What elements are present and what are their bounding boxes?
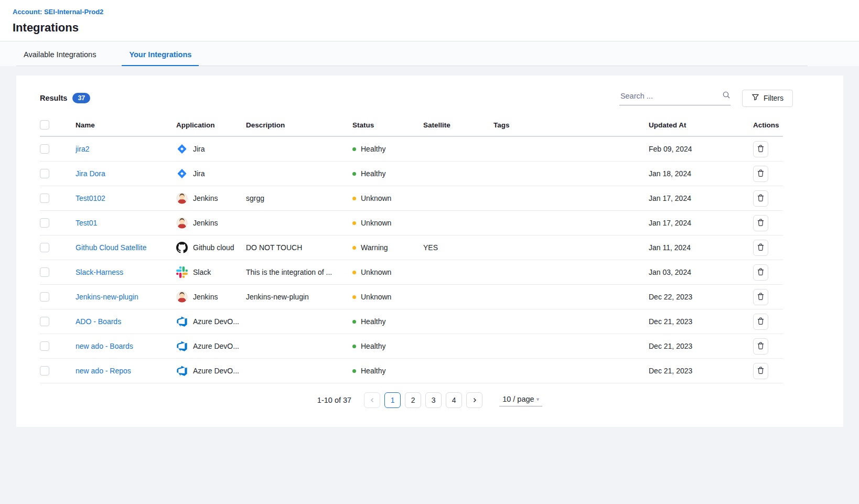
integration-name-link[interactable]: new ado - Boards: [76, 342, 133, 350]
satellite-cell: YES: [423, 235, 493, 260]
search-icon: [722, 91, 731, 101]
delete-button[interactable]: [753, 190, 768, 207]
updated-at-cell: Jan 17, 2024: [649, 186, 753, 211]
status-label: Unknown: [361, 268, 391, 276]
jenkins-icon: [176, 291, 188, 303]
application-label: Jenkins: [193, 194, 218, 202]
page-button-3[interactable]: 3: [425, 392, 442, 408]
application-label: Jira: [193, 169, 205, 178]
row-checkbox[interactable]: [40, 144, 49, 154]
page-button-4[interactable]: 4: [446, 392, 462, 408]
page-size-label: 10 / page: [502, 395, 534, 403]
delete-button[interactable]: [753, 314, 768, 330]
pagination: 1-10 of 37 1 2 3 4 10 / page ▾: [16, 392, 843, 408]
status-dot-icon: [352, 147, 356, 151]
integration-name-link[interactable]: Jenkins-new-plugin: [76, 293, 138, 301]
updated-at-cell: Dec 21, 2023: [649, 359, 753, 383]
tags-cell: [493, 285, 649, 309]
application-label: Jenkins: [193, 293, 218, 301]
account-breadcrumb-link[interactable]: Account: SEI-Internal-Prod2: [13, 8, 103, 16]
status-label: Unknown: [361, 293, 391, 301]
page-size-select[interactable]: 10 / page ▾: [499, 394, 542, 406]
filters-button[interactable]: Filters: [742, 90, 793, 107]
tags-cell: [493, 260, 649, 285]
row-checkbox[interactable]: [40, 267, 49, 277]
row-checkbox[interactable]: [40, 366, 49, 376]
row-checkbox[interactable]: [40, 292, 49, 302]
updated-at-cell: Feb 09, 2024: [649, 136, 753, 162]
delete-button[interactable]: [753, 289, 768, 305]
search-input[interactable]: [619, 91, 722, 101]
delete-button[interactable]: [753, 363, 768, 379]
tags-cell: [493, 162, 649, 186]
column-header-description: Description: [246, 120, 352, 136]
application-label: Azure DevO...: [193, 342, 239, 350]
select-all-checkbox[interactable]: [40, 120, 49, 130]
column-header-updated-at: Updated At: [649, 120, 753, 136]
delete-button[interactable]: [753, 338, 768, 355]
integrations-table: Name Application Description Status Sate…: [40, 120, 783, 383]
column-header-application: Application: [176, 120, 246, 136]
tags-cell: [493, 186, 649, 211]
delete-button[interactable]: [753, 141, 768, 157]
row-checkbox[interactable]: [40, 218, 49, 228]
table-row: new ado - Boards Azure DevO... Healthy D…: [40, 334, 783, 359]
page-button-1[interactable]: 1: [384, 392, 401, 408]
tab-your-integrations[interactable]: Your Integrations: [122, 50, 199, 66]
description-cell: This is the integration of ...: [246, 260, 352, 285]
tags-cell: [493, 334, 649, 359]
delete-button[interactable]: [753, 264, 768, 281]
table-row: Slack-Harness Slack This is the integrat…: [40, 260, 783, 285]
table-row: ADO - Boards Azure DevO... Healthy Dec 2…: [40, 309, 783, 334]
trash-icon: [757, 292, 765, 302]
page-button-2[interactable]: 2: [405, 392, 421, 408]
updated-at-cell: Dec 21, 2023: [649, 309, 753, 334]
status-dot-icon: [352, 221, 356, 225]
delete-button[interactable]: [753, 166, 768, 182]
table-row: Test01 Jenkins Unknown Jan 17, 2024: [40, 211, 783, 235]
integration-name-link[interactable]: Slack-Harness: [76, 268, 123, 276]
tags-cell: [493, 235, 649, 260]
row-checkbox[interactable]: [40, 341, 49, 351]
integration-name-link[interactable]: Test01: [76, 219, 97, 227]
row-checkbox[interactable]: [40, 317, 49, 326]
row-checkbox[interactable]: [40, 243, 49, 252]
satellite-cell: [423, 162, 493, 186]
updated-at-cell: Jan 17, 2024: [649, 211, 753, 235]
description-cell: [246, 162, 352, 186]
slack-icon: [176, 266, 188, 278]
integration-name-link[interactable]: Github Cloud Satellite: [76, 243, 146, 252]
status-label: Unknown: [361, 219, 391, 227]
next-page-button[interactable]: [466, 392, 482, 408]
updated-at-cell: Jan 03, 2024: [649, 260, 753, 285]
funnel-icon: [751, 93, 759, 103]
updated-at-cell: Jan 18, 2024: [649, 162, 753, 186]
status-label: Healthy: [361, 342, 385, 350]
updated-at-cell: Dec 21, 2023: [649, 334, 753, 359]
tab-available-integrations[interactable]: Available Integrations: [16, 50, 103, 66]
status-dot-icon: [352, 295, 356, 299]
satellite-cell: [423, 186, 493, 211]
integration-name-link[interactable]: Jira Dora: [76, 169, 105, 178]
github-icon: [176, 242, 188, 253]
trash-icon: [757, 243, 765, 253]
integration-name-link[interactable]: ADO - Boards: [76, 317, 121, 326]
integration-name-link[interactable]: Test0102: [76, 194, 105, 202]
status-label: Healthy: [361, 145, 385, 153]
jenkins-icon: [176, 192, 188, 204]
trash-icon: [757, 317, 765, 327]
table-header-row: Name Application Description Status Sate…: [40, 120, 783, 136]
status-label: Healthy: [361, 169, 385, 178]
table-row: jira2 Jira Healthy Feb 09, 2024: [40, 136, 783, 162]
page-header: Account: SEI-Internal-Prod2 Integrations: [0, 0, 859, 41]
row-checkbox[interactable]: [40, 169, 49, 178]
page-title: Integrations: [13, 21, 846, 35]
previous-page-button[interactable]: [364, 392, 380, 408]
delete-button[interactable]: [753, 215, 768, 231]
column-header-tags: Tags: [493, 120, 649, 136]
row-checkbox[interactable]: [40, 194, 49, 203]
integration-name-link[interactable]: jira2: [76, 145, 89, 153]
integration-name-link[interactable]: new ado - Repos: [76, 367, 131, 375]
application-label: Github cloud: [193, 243, 234, 252]
delete-button[interactable]: [753, 240, 768, 256]
